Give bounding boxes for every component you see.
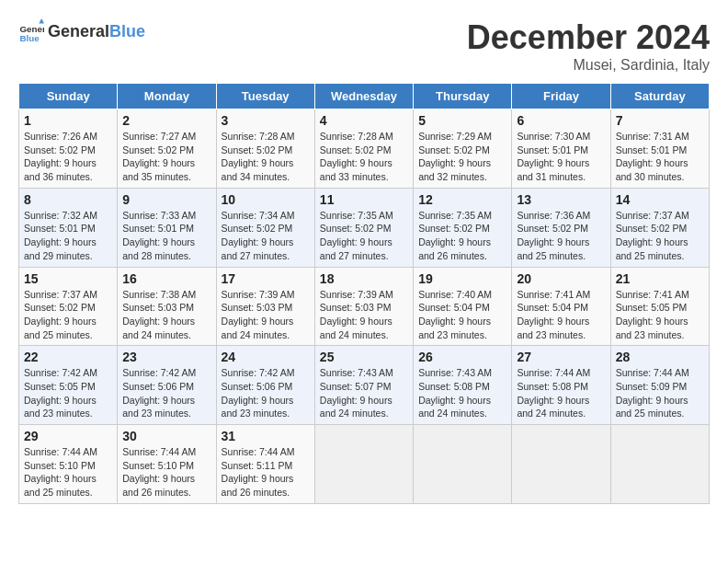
day-number: 25 xyxy=(320,350,408,364)
day-info: Sunrise: 7:44 AMSunset: 5:10 PMDaylight:… xyxy=(122,446,196,498)
day-info: Sunrise: 7:28 AMSunset: 5:02 PMDaylight:… xyxy=(222,131,295,182)
calendar-header-row: Sunday Monday Tuesday Wednesday Thursday… xyxy=(19,84,710,109)
col-thursday: Thursday xyxy=(414,84,512,109)
calendar-week-row: 22 Sunrise: 7:42 AMSunset: 5:05 PMDaylig… xyxy=(19,346,710,425)
day-number: 8 xyxy=(24,192,112,207)
day-number: 20 xyxy=(517,271,605,286)
table-row: 6 Sunrise: 7:30 AMSunset: 5:01 PMDayligh… xyxy=(512,109,610,189)
table-row: 16 Sunrise: 7:38 AMSunset: 5:03 PMDaylig… xyxy=(118,267,216,346)
day-number: 1 xyxy=(24,113,112,128)
table-row: 9 Sunrise: 7:33 AMSunset: 5:01 PMDayligh… xyxy=(118,188,216,267)
day-info: Sunrise: 7:41 AMSunset: 5:05 PMDaylight:… xyxy=(616,289,689,340)
day-info: Sunrise: 7:36 AMSunset: 5:02 PMDaylight:… xyxy=(517,210,590,261)
day-info: Sunrise: 7:31 AMSunset: 5:01 PMDaylight:… xyxy=(616,131,689,182)
logo: General Blue GeneralBlue xyxy=(18,18,145,44)
day-number: 9 xyxy=(122,192,210,207)
day-number: 5 xyxy=(418,113,506,128)
day-info: Sunrise: 7:40 AMSunset: 5:04 PMDaylight:… xyxy=(418,289,492,340)
day-info: Sunrise: 7:44 AMSunset: 5:09 PMDaylight:… xyxy=(616,367,689,419)
table-row: 27 Sunrise: 7:44 AMSunset: 5:08 PMDaylig… xyxy=(512,346,610,425)
day-number: 17 xyxy=(222,271,310,286)
day-number: 14 xyxy=(616,192,704,207)
day-info: Sunrise: 7:42 AMSunset: 5:05 PMDaylight:… xyxy=(24,367,97,419)
col-friday: Friday xyxy=(512,84,610,109)
day-number: 28 xyxy=(616,350,704,364)
svg-marker-2 xyxy=(39,18,44,24)
day-number: 16 xyxy=(122,271,210,286)
table-row: 18 Sunrise: 7:39 AMSunset: 5:03 PMDaylig… xyxy=(314,267,413,346)
day-info: Sunrise: 7:42 AMSunset: 5:06 PMDaylight:… xyxy=(222,367,295,419)
day-info: Sunrise: 7:43 AMSunset: 5:07 PMDaylight:… xyxy=(320,367,393,419)
day-info: Sunrise: 7:27 AMSunset: 5:02 PMDaylight:… xyxy=(122,131,196,182)
table-row: 25 Sunrise: 7:43 AMSunset: 5:07 PMDaylig… xyxy=(314,346,413,425)
day-info: Sunrise: 7:33 AMSunset: 5:01 PMDaylight:… xyxy=(122,210,196,261)
table-row: 31 Sunrise: 7:44 AMSunset: 5:11 PMDaylig… xyxy=(216,425,314,504)
col-saturday: Saturday xyxy=(610,84,709,109)
day-number: 31 xyxy=(222,429,310,443)
day-number: 29 xyxy=(24,429,112,443)
title-area: December 2024 Musei, Sardinia, Italy xyxy=(467,18,710,74)
day-number: 10 xyxy=(222,192,310,207)
table-row: 22 Sunrise: 7:42 AMSunset: 5:05 PMDaylig… xyxy=(19,346,118,425)
table-row: 17 Sunrise: 7:39 AMSunset: 5:03 PMDaylig… xyxy=(216,267,314,346)
day-info: Sunrise: 7:44 AMSunset: 5:11 PMDaylight:… xyxy=(222,446,295,498)
header: General Blue GeneralBlue December 2024 M… xyxy=(18,18,710,74)
table-row xyxy=(414,425,512,504)
day-info: Sunrise: 7:32 AMSunset: 5:01 PMDaylight:… xyxy=(24,210,97,261)
day-info: Sunrise: 7:44 AMSunset: 5:08 PMDaylight:… xyxy=(517,367,590,419)
logo-icon: General Blue xyxy=(18,18,44,44)
day-info: Sunrise: 7:37 AMSunset: 5:02 PMDaylight:… xyxy=(24,289,97,340)
table-row: 12 Sunrise: 7:35 AMSunset: 5:02 PMDaylig… xyxy=(414,188,512,267)
day-info: Sunrise: 7:34 AMSunset: 5:02 PMDaylight:… xyxy=(222,210,295,261)
day-info: Sunrise: 7:26 AMSunset: 5:02 PMDaylight:… xyxy=(24,131,97,182)
day-number: 13 xyxy=(517,192,605,207)
col-sunday: Sunday xyxy=(19,84,118,109)
table-row xyxy=(610,425,709,504)
table-row: 13 Sunrise: 7:36 AMSunset: 5:02 PMDaylig… xyxy=(512,188,610,267)
day-number: 22 xyxy=(24,350,112,364)
table-row: 20 Sunrise: 7:41 AMSunset: 5:04 PMDaylig… xyxy=(512,267,610,346)
col-tuesday: Tuesday xyxy=(216,84,314,109)
day-info: Sunrise: 7:35 AMSunset: 5:02 PMDaylight:… xyxy=(320,210,393,261)
table-row: 10 Sunrise: 7:34 AMSunset: 5:02 PMDaylig… xyxy=(216,188,314,267)
table-row: 4 Sunrise: 7:28 AMSunset: 5:02 PMDayligh… xyxy=(314,109,413,189)
calendar-table: Sunday Monday Tuesday Wednesday Thursday… xyxy=(18,83,710,504)
col-wednesday: Wednesday xyxy=(314,84,413,109)
day-number: 12 xyxy=(418,192,506,207)
table-row: 7 Sunrise: 7:31 AMSunset: 5:01 PMDayligh… xyxy=(610,109,709,189)
table-row: 11 Sunrise: 7:35 AMSunset: 5:02 PMDaylig… xyxy=(314,188,413,267)
day-info: Sunrise: 7:30 AMSunset: 5:01 PMDaylight:… xyxy=(517,131,590,182)
day-number: 18 xyxy=(320,271,408,286)
day-info: Sunrise: 7:42 AMSunset: 5:06 PMDaylight:… xyxy=(122,367,196,419)
calendar-week-row: 15 Sunrise: 7:37 AMSunset: 5:02 PMDaylig… xyxy=(19,267,710,346)
day-info: Sunrise: 7:37 AMSunset: 5:02 PMDaylight:… xyxy=(616,210,689,261)
day-info: Sunrise: 7:35 AMSunset: 5:02 PMDaylight:… xyxy=(418,210,492,261)
table-row: 8 Sunrise: 7:32 AMSunset: 5:01 PMDayligh… xyxy=(19,188,118,267)
day-number: 23 xyxy=(122,350,210,364)
table-row: 2 Sunrise: 7:27 AMSunset: 5:02 PMDayligh… xyxy=(118,109,216,189)
table-row: 14 Sunrise: 7:37 AMSunset: 5:02 PMDaylig… xyxy=(610,188,709,267)
table-row xyxy=(314,425,413,504)
table-row: 3 Sunrise: 7:28 AMSunset: 5:02 PMDayligh… xyxy=(216,109,314,189)
table-row xyxy=(512,425,610,504)
day-info: Sunrise: 7:39 AMSunset: 5:03 PMDaylight:… xyxy=(320,289,393,340)
day-number: 6 xyxy=(517,113,605,128)
day-info: Sunrise: 7:28 AMSunset: 5:02 PMDaylight:… xyxy=(320,131,393,182)
day-number: 2 xyxy=(122,113,210,128)
table-row: 21 Sunrise: 7:41 AMSunset: 5:05 PMDaylig… xyxy=(610,267,709,346)
table-row: 29 Sunrise: 7:44 AMSunset: 5:10 PMDaylig… xyxy=(19,425,118,504)
table-row: 19 Sunrise: 7:40 AMSunset: 5:04 PMDaylig… xyxy=(414,267,512,346)
table-row: 5 Sunrise: 7:29 AMSunset: 5:02 PMDayligh… xyxy=(414,109,512,189)
day-number: 27 xyxy=(517,350,605,364)
day-number: 30 xyxy=(122,429,210,443)
table-row: 24 Sunrise: 7:42 AMSunset: 5:06 PMDaylig… xyxy=(216,346,314,425)
calendar-week-row: 8 Sunrise: 7:32 AMSunset: 5:01 PMDayligh… xyxy=(19,188,710,267)
day-info: Sunrise: 7:29 AMSunset: 5:02 PMDaylight:… xyxy=(418,131,492,182)
logo-text: GeneralBlue xyxy=(48,22,145,41)
day-info: Sunrise: 7:44 AMSunset: 5:10 PMDaylight:… xyxy=(24,446,97,498)
day-number: 7 xyxy=(616,113,704,128)
day-number: 3 xyxy=(222,113,310,128)
page-title: December 2024 xyxy=(467,18,710,57)
page-subtitle: Musei, Sardinia, Italy xyxy=(467,57,710,74)
table-row: 23 Sunrise: 7:42 AMSunset: 5:06 PMDaylig… xyxy=(118,346,216,425)
